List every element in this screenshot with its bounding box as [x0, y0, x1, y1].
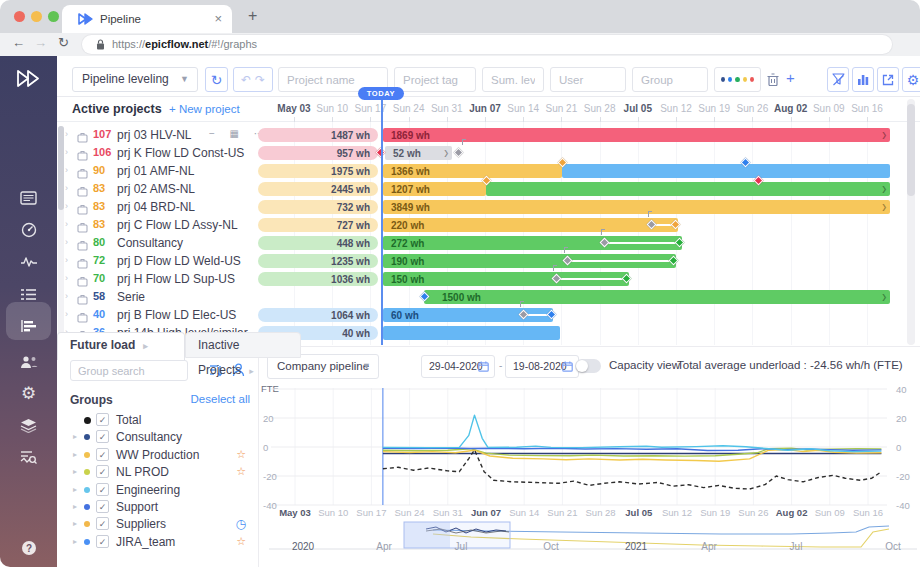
sidebar-item-board[interactable]	[0, 184, 57, 212]
date-from-field[interactable]: 29-04-2020	[421, 355, 495, 378]
expand-chevron-icon[interactable]: ▸	[73, 485, 77, 494]
expand-view-button[interactable]	[877, 67, 899, 92]
undo-redo-group[interactable]: ↶ ↷	[233, 67, 273, 92]
expand-chevron-icon[interactable]: ›	[65, 237, 68, 247]
group-search-input[interactable]	[70, 360, 188, 381]
new-tab-button[interactable]: +	[248, 7, 257, 25]
group-list-item[interactable]: ▸✓Support	[57, 498, 258, 515]
expand-chevron-icon[interactable]: ›	[65, 129, 68, 139]
undo-icon[interactable]: ↶	[241, 73, 251, 87]
group-list-item[interactable]: ▸✓NL PROD☆	[57, 463, 258, 480]
expand-chevron-icon[interactable]: ›	[65, 183, 68, 193]
expand-chevron-icon[interactable]: ›	[65, 291, 68, 301]
add-filter-icon[interactable]: +	[786, 69, 795, 86]
back-icon[interactable]: ←	[12, 35, 25, 50]
expand-chevron-icon[interactable]: ›	[65, 255, 68, 265]
expand-chevron-icon[interactable]: ▸	[73, 467, 77, 476]
address-bar[interactable]: https://epicflow.net/#!/graphs	[82, 35, 892, 54]
project-name[interactable]: prj D Flow LD Weld-US	[117, 254, 241, 268]
window-minimize-button[interactable]	[31, 11, 42, 22]
group-checkbox[interactable]: ✓	[96, 448, 109, 461]
refresh-button[interactable]: ↻	[205, 67, 228, 92]
sum-level-filter-input[interactable]	[482, 67, 544, 92]
sidebar-item-load-graph[interactable]	[0, 248, 57, 276]
sidebar-item-what-if-analysis[interactable]	[0, 443, 57, 471]
group-checkbox[interactable]: ✓	[96, 517, 109, 530]
group-list-item[interactable]: ✓Total	[57, 411, 258, 428]
expand-chevron-icon[interactable]: ▸	[73, 450, 77, 459]
project-name[interactable]: prj 02 AMS-NL	[117, 182, 195, 196]
group-list-item[interactable]: ▸✓Consultancy	[57, 428, 258, 445]
project-tag-filter-input[interactable]	[394, 67, 476, 92]
tab-close-icon[interactable]: ×	[214, 11, 222, 26]
project-name[interactable]: prj H Flow LD Sup-US	[117, 272, 235, 286]
window-zoom-button[interactable]	[48, 11, 59, 22]
gantt-bar[interactable]: ❯	[486, 182, 890, 196]
gantt-bar[interactable]	[383, 326, 560, 340]
expand-chevron-icon[interactable]: ›	[65, 201, 68, 211]
color-filter-field[interactable]	[714, 67, 761, 92]
project-name[interactable]: prj 03 HLV-NL	[117, 128, 191, 142]
gantt-bar[interactable]: 3849 wh❯	[383, 200, 890, 214]
tab-future-load[interactable]: Future load▸	[57, 332, 185, 360]
expand-chevron-icon[interactable]: ▸	[73, 502, 77, 511]
gantt-bar[interactable]: 1869 wh❯	[383, 128, 890, 142]
expand-chevron-icon[interactable]: ▸	[73, 432, 77, 441]
project-name[interactable]: prj K Flow LD Const-US	[117, 146, 244, 160]
group-checkbox[interactable]: ✓	[96, 430, 109, 443]
settings-button[interactable]: ⚙	[902, 67, 920, 92]
sidebar-item-dashboard[interactable]	[0, 216, 57, 244]
group-list-item[interactable]: ▸✓Suppliers◷	[57, 515, 258, 532]
expand-chevron-icon[interactable]: ›	[65, 147, 68, 157]
project-name[interactable]: Consultancy	[117, 236, 183, 250]
milestone-diamond[interactable]	[454, 148, 464, 158]
help-icon[interactable]: ?	[0, 534, 57, 562]
gantt-bar[interactable]: 1366 wh	[383, 164, 562, 178]
redo-icon[interactable]: ↷	[255, 73, 265, 87]
group-list-item[interactable]: ▸✓JIRA_team☆	[57, 533, 258, 550]
group-checkbox[interactable]: ✓	[96, 465, 109, 478]
expand-chevron-icon[interactable]: ›	[65, 273, 68, 283]
expand-chevron-icon[interactable]: ›	[65, 219, 68, 229]
gantt-scrollbar-thumb[interactable]	[907, 104, 915, 196]
gantt-bar[interactable]	[562, 164, 890, 178]
chart-view-button[interactable]	[852, 67, 874, 92]
group-checkbox[interactable]: ✓	[96, 483, 109, 496]
user-filter-input[interactable]	[550, 67, 626, 92]
project-name[interactable]: Serie	[117, 290, 145, 304]
sidebar-item-resources[interactable]	[0, 348, 57, 376]
group-list-item[interactable]: ▸✓Engineering	[57, 481, 258, 498]
project-name[interactable]: prj C Flow LD Assy-NL	[117, 218, 238, 232]
deselect-all-link[interactable]: Deselect all	[191, 393, 250, 405]
expand-chevron-icon[interactable]: ▸	[73, 537, 77, 546]
forward-icon[interactable]: →	[34, 35, 47, 50]
gantt-bar[interactable]: 1207 wh	[383, 182, 486, 196]
sidebar-item-pipeline[interactable]	[0, 312, 57, 340]
group-list-item[interactable]: ▸✓WW Production☆	[57, 446, 258, 463]
sidebar-item-settings[interactable]: ⚙	[0, 379, 57, 407]
gantt-bar[interactable]: 52 wh❯	[385, 146, 452, 160]
timeline-scrubber[interactable]	[269, 520, 917, 551]
group-checkbox[interactable]: ✓	[96, 413, 109, 426]
date-to-field[interactable]: 19-08-2020	[505, 355, 579, 378]
logout-icon[interactable]	[0, 562, 57, 567]
sidebar-item-task-list[interactable]	[0, 280, 57, 308]
leveling-mode-select[interactable]: Pipeline leveling▼	[72, 67, 198, 92]
gantt-bar[interactable]: 220 wh	[383, 218, 678, 232]
capacity-view-toggle[interactable]	[575, 359, 601, 373]
window-close-button[interactable]	[14, 11, 25, 22]
project-name[interactable]: prj 01 AMF-NL	[117, 164, 194, 178]
project-name[interactable]: prj B Flow LD Elec-US	[117, 308, 236, 322]
reload-icon[interactable]: ↻	[58, 35, 69, 50]
gantt-bar[interactable]: 1500 wh❯	[424, 290, 890, 304]
group-checkbox[interactable]: ✓	[96, 535, 109, 548]
sidebar-item-layers[interactable]	[0, 411, 57, 439]
group-filter-input[interactable]	[632, 67, 708, 92]
projects-scrollbar-thumb[interactable]	[58, 126, 64, 210]
expand-chevron-icon[interactable]: ›	[65, 165, 68, 175]
new-project-button[interactable]: + New project	[169, 103, 240, 115]
browser-tab[interactable]: Pipeline ×	[62, 5, 232, 33]
project-name[interactable]: prj 04 BRD-NL	[117, 200, 195, 214]
tab-inactive-projects[interactable]: Inactive Projects▸	[185, 332, 301, 358]
trash-icon[interactable]	[767, 73, 779, 86]
